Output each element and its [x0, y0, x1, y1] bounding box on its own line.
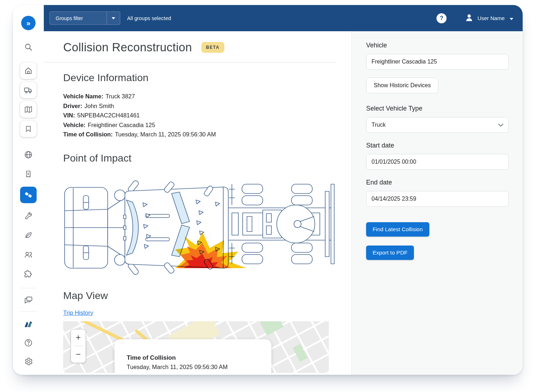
groups-status-text: All groups selected	[127, 15, 171, 21]
messages-chat-icon[interactable]	[24, 295, 33, 305]
sidebar-divider	[20, 311, 37, 312]
map-view-heading: Map View	[44, 290, 351, 302]
user-avatar-icon[interactable]	[464, 13, 474, 24]
vehicle-type-value: Truck	[372, 122, 386, 128]
device-info-row: Vehicle Name:Truck 3827	[63, 92, 351, 101]
user-name[interactable]: User Name	[477, 15, 505, 21]
motive-logo	[24, 319, 33, 329]
globe-icon[interactable]	[24, 150, 33, 159]
export-to-pdf-button[interactable]: Export to PDF	[366, 246, 414, 260]
end-date-input[interactable]	[366, 191, 509, 207]
device-information-list: Vehicle Name:Truck 3827 Driver:John Smit…	[44, 92, 351, 139]
sidebar-item-collision-reconstruction[interactable]	[20, 187, 37, 203]
start-date-label: Start date	[366, 142, 509, 149]
find-latest-collision-button[interactable]: Find Latest Collision	[366, 222, 429, 237]
vehicle-label: Vehicle	[366, 42, 387, 49]
zoom-in-button[interactable]: +	[71, 330, 85, 346]
groups-filter-dropdown[interactable]: Groups filter	[50, 11, 120, 25]
sidebar-expand-button[interactable]: »	[21, 16, 36, 30]
point-of-impact-heading: Point of Impact	[44, 152, 351, 164]
map-park-patch	[293, 344, 308, 361]
sidebar-item-bookmarks[interactable]	[20, 121, 37, 137]
drivers-people-icon[interactable]	[24, 250, 33, 259]
show-historic-devices-button[interactable]: Show Historic Devices	[366, 78, 438, 93]
sidebar-item-vehicles[interactable]	[20, 82, 37, 98]
help-icon[interactable]: ?	[436, 13, 447, 23]
trip-history-link[interactable]: Trip History	[63, 309, 93, 316]
device-info-row: VIN:5NPEB4AC2CH481461	[63, 111, 351, 120]
settings-gear-icon[interactable]	[24, 357, 33, 366]
map[interactable]: + − Time of Collision Tuesday, March 11,…	[63, 321, 329, 373]
device-info-row: Vehicle:Freightliner Cascadia 125	[63, 120, 351, 130]
collision-time-popup: Time of Collision Tuesday, March 11, 202…	[115, 339, 271, 373]
chevron-down-icon	[498, 122, 503, 128]
beta-badge: BETA	[201, 42, 224, 53]
search-icon[interactable]	[24, 42, 33, 52]
popup-title: Time of Collision	[127, 354, 271, 361]
sidebar-divider	[20, 288, 37, 288]
truck-top-view-diagram	[44, 179, 317, 277]
help-icon[interactable]	[24, 338, 33, 347]
map-zoom-control: + −	[71, 329, 86, 363]
search-panel: Vehicle Show Historic Devices Select Veh…	[351, 31, 523, 375]
device-information-heading: Device Information	[44, 72, 351, 84]
chevron-down-icon[interactable]	[107, 12, 120, 24]
vehicle-type-select[interactable]: Truck	[366, 117, 509, 133]
device-info-row: Time of Collision:Tuesday, March 11, 202…	[63, 130, 351, 139]
main-content: Collision Reconstruction BETA Device Inf…	[44, 31, 351, 375]
map-park-patch	[260, 321, 284, 336]
vehicle-input[interactable]	[366, 54, 509, 70]
start-date-input[interactable]	[366, 154, 509, 170]
app-window: »	[13, 5, 523, 375]
maintenance-wrench-icon[interactable]	[24, 211, 33, 220]
vehicle-type-label: Select Vehicle Type	[366, 105, 509, 112]
title-divider	[44, 62, 336, 62]
zoom-out-button[interactable]: −	[71, 346, 85, 363]
page-title: Collision Reconstruction	[63, 41, 192, 54]
reports-icon[interactable]	[24, 169, 33, 179]
integrations-puzzle-icon[interactable]	[24, 269, 33, 279]
groups-filter-label: Groups filter	[50, 12, 107, 24]
sidebar: »	[13, 5, 44, 375]
chevron-down-icon[interactable]	[510, 15, 513, 22]
device-info-row: Driver:John Smith	[63, 101, 351, 111]
end-date-label: End date	[366, 179, 509, 186]
sidebar-item-home[interactable]	[20, 62, 37, 79]
popup-datetime: Tuesday, March 11, 2025 09:56:30 AM	[127, 364, 271, 370]
topbar: Groups filter All groups selected ? User…	[44, 5, 523, 31]
sidebar-item-maps[interactable]	[20, 101, 37, 118]
fuel-leaf-icon[interactable]	[24, 230, 33, 240]
